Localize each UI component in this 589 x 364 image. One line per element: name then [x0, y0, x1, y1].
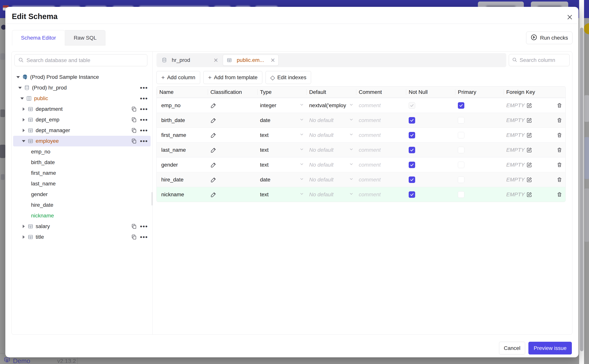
tree-item[interactable]: birth_date •••: [13, 157, 151, 168]
type-select[interactable]: text: [257, 162, 307, 168]
comment-input[interactable]: comment: [356, 192, 406, 198]
tree-item[interactable]: nickname •••: [13, 210, 151, 221]
close-icon[interactable]: ✕: [214, 57, 218, 64]
tree-item[interactable]: department •••: [13, 104, 151, 114]
primary-checkbox[interactable]: [458, 117, 464, 124]
tree-item[interactable]: salary •••: [13, 221, 151, 232]
tree-search-input[interactable]: [27, 57, 144, 63]
pencil-icon[interactable]: [210, 192, 217, 198]
primary-checkbox[interactable]: [458, 191, 464, 198]
pencil-icon[interactable]: [210, 162, 217, 168]
type-select[interactable]: date: [257, 117, 307, 123]
page-scrollbar-thumb[interactable]: [580, 28, 583, 351]
chevron-right-icon[interactable]: [21, 118, 26, 122]
edit-icon[interactable]: [527, 117, 532, 123]
comment-input[interactable]: comment: [356, 132, 406, 138]
more-icon[interactable]: •••: [140, 224, 148, 228]
type-select[interactable]: text: [257, 132, 307, 138]
column-search-input[interactable]: [520, 57, 566, 63]
pencil-icon[interactable]: [210, 147, 217, 153]
tree-item[interactable]: (Prod) Prod Sample Instance •••: [13, 72, 151, 82]
tree-item[interactable]: title •••: [13, 232, 151, 242]
close-icon[interactable]: [566, 13, 574, 21]
more-icon[interactable]: •••: [140, 129, 148, 132]
edit-icon[interactable]: [527, 132, 532, 138]
primary-checkbox[interactable]: [458, 132, 464, 138]
default-select[interactable]: No default: [307, 132, 356, 138]
trash-icon[interactable]: [557, 192, 562, 197]
copy-icon[interactable]: [131, 223, 137, 229]
toolbar-button[interactable]: + ◇ Edit indexes: [266, 71, 311, 84]
chevron-right-icon[interactable]: [21, 225, 26, 228]
more-icon[interactable]: •••: [140, 86, 148, 90]
default-select[interactable]: nextval('employ: [307, 102, 356, 109]
tree-item[interactable]: employee •••: [13, 136, 151, 146]
column-name[interactable]: birth_date: [157, 117, 208, 123]
column-name[interactable]: last_name: [157, 147, 208, 153]
type-select[interactable]: date: [257, 177, 307, 183]
close-icon[interactable]: ✕: [270, 57, 275, 64]
not-null-checkbox[interactable]: [409, 132, 415, 138]
tree-item[interactable]: hire_date •••: [13, 200, 151, 210]
column-name[interactable]: nickname: [157, 192, 208, 198]
edit-icon[interactable]: [527, 192, 532, 197]
comment-input[interactable]: comment: [356, 117, 406, 123]
copy-icon[interactable]: [131, 128, 137, 133]
trash-icon[interactable]: [557, 117, 562, 123]
tree-item[interactable]: last_name •••: [13, 178, 151, 189]
edit-icon[interactable]: [527, 162, 532, 168]
chevron-right-icon[interactable]: [21, 235, 26, 239]
primary-checkbox[interactable]: [458, 162, 464, 168]
toolbar-button[interactable]: + ◇ Add column: [156, 71, 200, 84]
type-select[interactable]: text: [257, 147, 307, 153]
tree-item[interactable]: gender •••: [13, 189, 151, 200]
comment-input[interactable]: comment: [356, 162, 406, 168]
default-select[interactable]: No default: [307, 192, 356, 198]
tree-item[interactable]: first_name •••: [13, 168, 151, 178]
cancel-button[interactable]: Cancel: [499, 342, 525, 354]
trash-icon[interactable]: [557, 177, 562, 182]
selection-chip[interactable]: public.em... ✕: [223, 55, 279, 66]
more-icon[interactable]: •••: [140, 97, 148, 100]
default-select[interactable]: No default: [307, 162, 356, 168]
copy-icon[interactable]: [131, 106, 137, 112]
copy-icon[interactable]: [131, 138, 137, 144]
trash-icon[interactable]: [557, 162, 562, 168]
pencil-icon[interactable]: [210, 132, 217, 138]
chevron-right-icon[interactable]: [21, 129, 26, 132]
tree-item[interactable]: emp_no •••: [13, 146, 151, 157]
primary-checkbox[interactable]: [458, 176, 464, 183]
tab[interactable]: Raw SQL: [65, 30, 106, 46]
tree-item[interactable]: dept_emp •••: [13, 114, 151, 125]
tree-item[interactable]: public •••: [13, 93, 151, 104]
tree-item[interactable]: dept_manager •••: [13, 125, 151, 136]
not-null-checkbox[interactable]: [409, 117, 415, 124]
preview-issue-button[interactable]: Preview issue: [528, 342, 572, 354]
default-select[interactable]: No default: [307, 147, 356, 153]
run-checks-button[interactable]: Run checks: [526, 32, 572, 44]
edit-icon[interactable]: [527, 177, 532, 182]
copy-icon[interactable]: [131, 117, 137, 123]
edit-icon[interactable]: [527, 103, 532, 108]
column-name[interactable]: gender: [157, 162, 208, 168]
trash-icon[interactable]: [557, 132, 562, 138]
chevron-down-icon[interactable]: [16, 76, 20, 78]
edit-icon[interactable]: [527, 147, 532, 153]
pencil-icon[interactable]: [210, 117, 217, 123]
tab[interactable]: Schema Editor: [12, 30, 65, 46]
not-null-checkbox[interactable]: [409, 191, 415, 198]
type-select[interactable]: text: [257, 192, 307, 198]
more-icon[interactable]: •••: [140, 107, 148, 111]
default-select[interactable]: No default: [307, 177, 356, 183]
copy-icon[interactable]: [131, 234, 137, 240]
type-select[interactable]: integer: [257, 102, 307, 109]
column-name[interactable]: hire_date: [157, 177, 208, 183]
more-icon[interactable]: •••: [140, 235, 148, 239]
comment-input[interactable]: comment: [356, 102, 406, 109]
page-scrollbar-track[interactable]: [579, 0, 584, 364]
default-select[interactable]: No default: [307, 117, 356, 123]
trash-icon[interactable]: [557, 103, 562, 108]
primary-checkbox[interactable]: [458, 102, 464, 109]
chevron-down-icon[interactable]: [21, 140, 26, 142]
comment-input[interactable]: comment: [356, 147, 406, 153]
